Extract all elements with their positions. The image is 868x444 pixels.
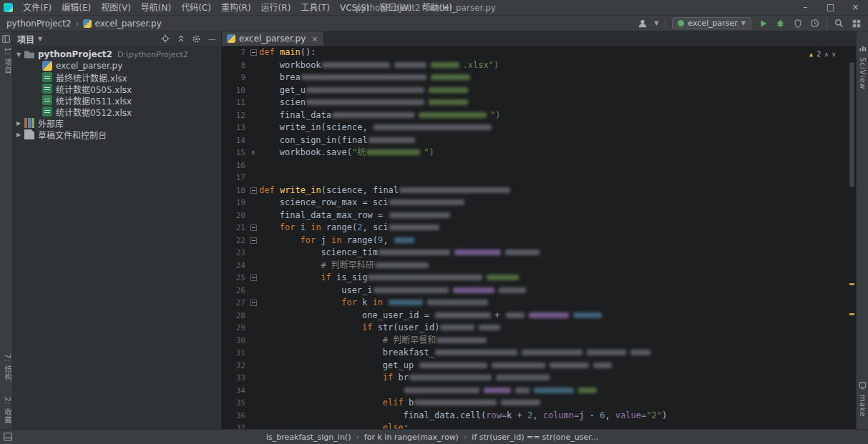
code-line[interactable]: 37else: <box>222 422 856 429</box>
fold-marker-icon[interactable] <box>248 272 259 285</box>
search-everywhere-icon[interactable] <box>834 18 844 29</box>
code-line[interactable]: 19science_row_max = sci <box>222 197 856 209</box>
code-line[interactable]: 10get_u <box>222 84 856 97</box>
menu-item[interactable]: 编辑(E) <box>57 0 96 16</box>
make-toolwindow-icon[interactable] <box>859 382 867 390</box>
tree-item[interactable]: 统计数据0505.xlsx <box>13 83 221 94</box>
stripe-button-make[interactable]: make <box>859 395 867 417</box>
code-line[interactable]: 16 <box>222 159 856 172</box>
tree-item[interactable]: 统计数据0512.xlsx <box>13 106 221 117</box>
code-line[interactable]: 31breakfast_ <box>222 347 856 360</box>
fold-marker-icon[interactable] <box>248 297 259 310</box>
coverage-button[interactable] <box>792 18 803 29</box>
run-button[interactable] <box>758 18 769 29</box>
tree-item[interactable]: excel_parser.py <box>13 60 221 71</box>
user-account-icon[interactable] <box>637 18 648 29</box>
code-line[interactable]: 27for k in <box>222 297 856 310</box>
inspection-widget[interactable]: ▲2 ∧ ∨ <box>809 50 836 58</box>
breadcrumb-item[interactable]: for k in range(max_row) <box>364 433 459 442</box>
menu-item[interactable]: 文件(F) <box>18 0 57 16</box>
stripe-button[interactable]: 7: 结构 <box>2 354 13 381</box>
settings-gear-icon[interactable] <box>192 34 201 44</box>
run-config-select[interactable]: excel_parser ▼ <box>672 17 751 29</box>
tab-excel-parser[interactable]: excel_parser.py × <box>222 31 324 46</box>
fold-marker-icon[interactable] <box>248 184 259 197</box>
code-line[interactable]: 14con_sign_in(final <box>222 134 856 147</box>
breadcrumb-item[interactable]: is_breakfast_sign_in() <box>266 433 351 442</box>
code-line[interactable]: 9brea <box>222 71 856 84</box>
tree-chevron-icon[interactable]: ▶ <box>16 120 24 127</box>
next-issue-icon[interactable]: ∨ <box>832 51 836 58</box>
code-line[interactable]: 24# 判断早科研 <box>222 260 856 272</box>
menu-item[interactable]: 导航(N) <box>136 0 176 16</box>
tree-item-label: excel_parser.py <box>56 61 122 71</box>
close-button[interactable]: × <box>843 0 868 16</box>
tree-item[interactable]: ▼pythonProject2D:\pythonProject2 <box>13 49 221 60</box>
project-toolwindow-icon[interactable] <box>2 35 10 43</box>
code-line[interactable]: 35elif b <box>222 397 856 410</box>
locate-file-icon[interactable] <box>160 34 170 44</box>
code-line[interactable]: 11scien <box>222 97 856 109</box>
warning-stripe-mark[interactable] <box>849 283 854 285</box>
project-panel-title[interactable]: 项目 <box>17 33 34 45</box>
editor-scrollbar[interactable] <box>848 61 856 429</box>
tree-item[interactable]: 统计数据0511.xlsx <box>13 94 221 106</box>
fold-marker-icon[interactable] <box>248 222 259 235</box>
code-line[interactable]: 13write_in(science, <box>222 122 856 134</box>
menu-item[interactable]: 运行(R) <box>256 0 296 16</box>
toolwindow-switcher-icon[interactable] <box>4 433 12 441</box>
close-icon[interactable]: × <box>311 34 318 44</box>
maximize-button[interactable]: □ <box>818 0 843 16</box>
minimize-button[interactable]: – <box>793 0 818 16</box>
code-line[interactable]: 18def write_in(science, final <box>222 184 856 197</box>
code-line[interactable]: 34 <box>222 385 856 398</box>
debug-button[interactable] <box>775 18 786 29</box>
code-line[interactable]: 29if str(user_id) <box>222 322 856 335</box>
code-line[interactable]: 15∧workbook.save("统") <box>222 147 856 159</box>
tree-item[interactable]: 最终统计数据.xlsx <box>13 71 221 83</box>
breadcrumb-item[interactable]: if str(user_id) == str(one_user... <box>472 433 598 442</box>
tool-windows-icon[interactable] <box>851 18 862 29</box>
code-line[interactable]: 12final_data") <box>222 109 856 122</box>
scrollbar-thumb[interactable] <box>849 62 854 187</box>
tree-chevron-icon[interactable]: ▶ <box>16 132 24 138</box>
chevron-down-icon[interactable]: ▼ <box>654 20 658 26</box>
stripe-button-project[interactable]: 1: 项目 <box>2 47 13 74</box>
code-editor[interactable]: 7def main():8workbook.xlsx")9brea10get_u… <box>222 46 856 429</box>
tree-item[interactable]: ▶外部库 <box>13 117 221 129</box>
code-line[interactable]: 33if br <box>222 372 856 385</box>
code-line[interactable]: 23science_tim <box>222 247 856 260</box>
prev-issue-icon[interactable]: ∧ <box>824 51 828 58</box>
nav-breadcrumb-file[interactable]: excel_parser.py <box>94 19 161 29</box>
sciview-icon[interactable] <box>859 44 867 52</box>
fold-marker-icon[interactable]: ∧ <box>248 147 259 159</box>
code-line[interactable]: 8workbook.xlsx") <box>222 59 856 72</box>
collapse-all-icon[interactable] <box>176 34 185 44</box>
code-line[interactable]: 21for i in range(2, sci <box>222 222 856 235</box>
nav-breadcrumb-project[interactable]: pythonProject2 <box>6 19 72 29</box>
stripe-button-sciview[interactable]: SciView <box>859 57 867 89</box>
hide-panel-icon[interactable]: — <box>208 34 217 44</box>
fold-marker-icon[interactable] <box>248 46 259 59</box>
menu-item[interactable]: 代码(C) <box>176 0 216 16</box>
tree-item[interactable]: ▶草稿文件和控制台 <box>13 129 221 140</box>
code-line[interactable]: 7def main(): <box>222 46 856 59</box>
menu-item[interactable]: 视图(V) <box>96 0 136 16</box>
code-line[interactable]: 36final_data.cell(row=k + 2, column=j - … <box>222 410 856 423</box>
profiler-button[interactable] <box>809 18 820 29</box>
code-line[interactable]: 32get_up <box>222 360 856 373</box>
chevron-down-icon[interactable]: ▼ <box>38 36 42 42</box>
code-line[interactable]: 28one_user_id = + <box>222 310 856 322</box>
menu-item[interactable]: 工具(T) <box>296 0 335 16</box>
stripe-button[interactable]: 2: 收藏 <box>2 397 13 424</box>
tree-chevron-icon[interactable]: ▼ <box>16 51 24 58</box>
fold-marker-icon[interactable] <box>248 235 259 247</box>
code-line[interactable]: 30# 判断早餐和 <box>222 335 856 347</box>
code-line[interactable]: 17 <box>222 172 856 184</box>
code-line[interactable]: 20final_data_max_row = <box>222 209 856 222</box>
code-line[interactable]: 22for j in range(9, <box>222 235 856 247</box>
menu-item[interactable]: 重构(R) <box>216 0 256 16</box>
code-line[interactable]: 25if is_sig <box>222 272 856 285</box>
code-line[interactable]: 26user_i <box>222 285 856 297</box>
warning-stripe-mark[interactable] <box>849 313 854 315</box>
